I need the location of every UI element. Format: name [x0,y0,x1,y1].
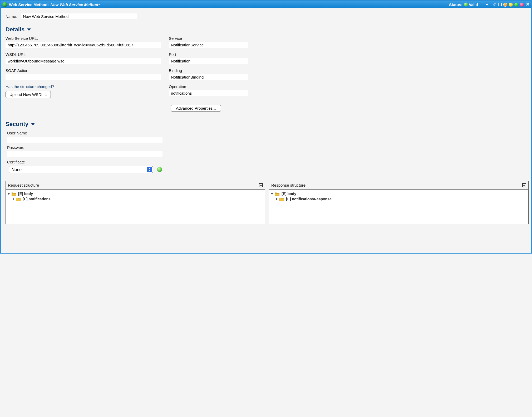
collapse-icon[interactable] [259,183,263,187]
advanced-properties-button[interactable]: Advanced Properties... [171,105,221,112]
status-text: Valid [469,2,478,7]
certificate-select-wrap: None [9,166,153,173]
name-input[interactable] [21,13,137,19]
structure-panels: Request structure [E] body [6,181,529,224]
response-structure-title: Response structure [271,183,306,187]
folder-icon [16,197,21,201]
upload-wsdl-button[interactable]: Upload New WSDL... [6,91,51,98]
tree-node-label: [E] notificationsResponse [286,196,332,202]
ws-url-input[interactable] [6,42,161,48]
tree-twisty-closed-icon[interactable] [13,198,14,200]
details-left-column: Web Service URL: WSDL URL SOAP Action: H… [6,36,164,112]
certificate-select[interactable]: None [9,166,153,173]
tool-icon-2[interactable] [498,3,502,6]
response-structure-panel: Response structure [E] body [269,181,529,224]
tool-icon-5[interactable] [514,3,518,7]
port-label: Port [169,52,529,57]
tree-twisty-open-icon[interactable] [7,193,10,195]
service-label: Service [169,36,529,41]
title-bar: Web Service Method: New Web Service Meth… [1,1,531,8]
tree-row[interactable]: [E] notificationsResponse [276,196,527,202]
soap-action-input[interactable] [6,74,161,80]
wsdl-url-field: WSDL URL [6,52,164,64]
details-right-column: Service Port Binding Operation Advanced … [169,36,529,112]
tree-row[interactable]: [E] notifications [13,196,263,202]
caret-down-icon [31,123,35,125]
refresh-icon[interactable] [157,167,162,172]
operation-input[interactable] [169,90,248,96]
tree-twisty-closed-icon[interactable] [276,198,278,200]
service-field: Service [169,36,529,48]
tree-node-label: [E] body [18,191,33,196]
structure-changed-text: Has the structure changed? [6,84,164,89]
tool-icon-4[interactable] [509,3,513,7]
caret-down-icon [27,28,31,31]
window: Web Service Method: New Web Service Meth… [0,0,532,254]
security-section-header[interactable]: Security [6,121,529,128]
response-structure-body: [E] body [E] notificationsResponse [269,190,528,224]
certificate-field: Certificate None [7,160,529,173]
binding-field: Binding [169,68,529,80]
soap-action-field: SOAP Action: [6,68,164,80]
security-section: Security User Name Password Certificate … [6,121,529,173]
password-input[interactable] [7,151,162,157]
binding-input[interactable] [169,74,248,80]
ws-url-label: Web Service URL: [6,36,164,41]
request-structure-panel: Request structure [E] body [6,181,265,224]
port-input[interactable] [169,58,248,64]
request-structure-title: Request structure [8,183,39,187]
name-label: Name: [6,14,17,19]
soap-action-label: SOAP Action: [6,68,164,73]
password-label: Password [7,145,529,150]
title-static: Web Service Method: [9,2,49,7]
port-field: Port [169,52,529,64]
wsdl-url-label: WSDL URL [6,52,164,57]
security-section-title: Security [6,121,28,128]
globe-icon [2,2,7,7]
collapse-icon[interactable] [522,183,526,187]
tool-icon-3[interactable] [503,3,507,7]
status-indicator-icon [464,3,468,6]
ws-url-field: Web Service URL: [6,36,164,48]
dropdown-icon[interactable] [485,4,489,6]
folder-open-icon [12,192,16,196]
title-dynamic: New Web Service Method* [50,2,100,7]
tree-twisty-open-icon[interactable] [271,193,273,195]
details-section-header[interactable]: Details [6,26,529,33]
tree-node-label: [E] body [282,191,296,196]
close-icon[interactable]: ✕ [525,2,530,7]
certificate-label: Certificate [7,160,529,164]
status-label: Status: [449,2,462,7]
wsdl-url-input[interactable] [6,58,161,64]
operation-field: Operation [169,84,529,96]
service-input[interactable] [169,42,248,48]
help-icon[interactable] [520,3,524,7]
response-structure-header: Response structure [269,181,528,190]
titlebar-icons: ↺ ✕ [485,2,530,7]
operation-label: Operation [169,84,529,89]
username-input[interactable] [7,137,162,143]
tool-icon-1[interactable]: ↺ [492,2,496,7]
username-field: User Name [7,131,529,143]
tree-row[interactable]: [E] body [271,191,527,196]
content-area: Name: Details Web Service URL: WSDL URL [1,8,531,253]
request-structure-body: [E] body [E] notifications [6,190,265,224]
name-row: Name: [6,13,529,19]
folder-open-icon [275,192,279,196]
password-field: Password [7,145,529,157]
username-label: User Name [7,131,529,135]
binding-label: Binding [169,68,529,73]
tree-row[interactable]: [E] body [7,191,263,196]
request-structure-header: Request structure [6,181,265,190]
details-section-title: Details [6,26,24,33]
folder-icon [279,197,284,201]
tree-node-label: [E] notifications [23,196,51,202]
details-grid: Web Service URL: WSDL URL SOAP Action: H… [6,36,529,112]
